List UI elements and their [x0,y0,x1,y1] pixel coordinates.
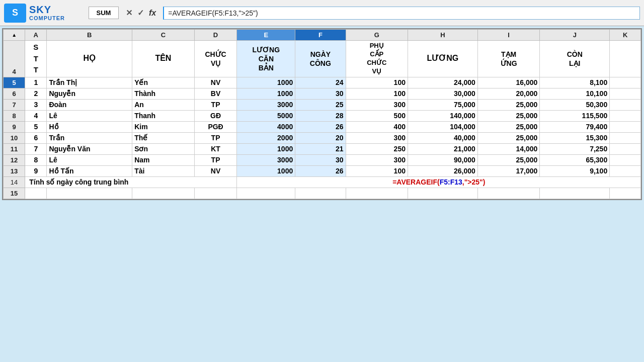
cell-d15[interactable] [194,188,237,199]
cell-b13[interactable]: Hồ Tấn [47,165,132,176]
cell-g8[interactable]: 500 [346,110,408,121]
cell-i12[interactable]: 25,000 [477,154,539,165]
cell-a11[interactable]: 7 [25,143,47,154]
cell-j6[interactable]: 10,100 [540,88,610,99]
cell-h5[interactable]: 24,000 [408,77,477,88]
cell-g15[interactable] [346,188,408,199]
cell-i5[interactable]: 16,000 [477,77,539,88]
cell-g10[interactable]: 300 [346,132,408,143]
cell-i8[interactable]: 25,000 [477,110,539,121]
cell-g13[interactable]: 100 [346,165,408,176]
cell-g9[interactable]: 400 [346,121,408,132]
cell-a12[interactable]: 8 [25,154,47,165]
cell-e13[interactable]: 1000 [237,165,295,176]
cell-g6[interactable]: 100 [346,88,408,99]
cell-h12[interactable]: 90,000 [408,154,477,165]
cell-d12[interactable]: TP [194,154,237,165]
cell-d13[interactable]: NV [194,165,237,176]
cell-i9[interactable]: 25,000 [477,121,539,132]
cell-a5[interactable]: 1 [25,77,47,88]
cell-c8[interactable]: Thanh [132,110,194,121]
cell-e5[interactable]: 1000 [237,77,295,88]
cell-f9[interactable]: 26 [295,121,346,132]
cell-a7[interactable]: 3 [25,99,47,110]
cell-a15[interactable] [25,188,47,199]
cell-b12[interactable]: Lê [47,154,132,165]
cell-i13[interactable]: 17,000 [477,165,539,176]
cell-j7[interactable]: 50,300 [540,99,610,110]
cell-f10[interactable]: 20 [295,132,346,143]
cell-i11[interactable]: 14,000 [477,143,539,154]
cell-b11[interactable]: Nguyễn Văn [47,143,132,154]
cell-f6[interactable]: 30 [295,88,346,99]
cell-e8[interactable]: 5000 [237,110,295,121]
cell-i15[interactable] [477,188,539,199]
formula-input[interactable] [163,7,640,20]
cell-b8[interactable]: Lê [47,110,132,121]
fx-icon[interactable]: fx [149,9,156,18]
cell-j9[interactable]: 79,400 [540,121,610,132]
cell-d11[interactable]: KT [194,143,237,154]
cell-c12[interactable]: Nam [132,154,194,165]
cell-d8[interactable]: GĐ [194,110,237,121]
cancel-icon[interactable]: ✕ [126,8,132,18]
cell-g5[interactable]: 100 [346,77,408,88]
cell-h10[interactable]: 40,000 [408,132,477,143]
cell-b10[interactable]: Trần [47,132,132,143]
cell-d7[interactable]: TP [194,99,237,110]
cell-formula-14[interactable]: =AVERAGEIF(F5:F13,">25") [237,176,641,188]
cell-d10[interactable]: TP [194,132,237,143]
cell-g12[interactable]: 300 [346,154,408,165]
cell-e15[interactable] [237,188,295,199]
cell-j11[interactable]: 7,250 [540,143,610,154]
cell-i6[interactable]: 20,000 [477,88,539,99]
cell-a13[interactable]: 9 [25,165,47,176]
cell-c15[interactable] [132,188,194,199]
cell-c10[interactable]: Thế [132,132,194,143]
cell-j13[interactable]: 9,100 [540,165,610,176]
cell-c9[interactable]: Kim [132,121,194,132]
cell-label-14[interactable]: Tính số ngày công trung bình [25,176,237,188]
cell-e7[interactable]: 3000 [237,99,295,110]
cell-d9[interactable]: PGĐ [194,121,237,132]
cell-e6[interactable]: 1000 [237,88,295,99]
cell-h7[interactable]: 75,000 [408,99,477,110]
cell-j5[interactable]: 8,100 [540,77,610,88]
cell-h11[interactable]: 21,000 [408,143,477,154]
cell-j8[interactable]: 115,500 [540,110,610,121]
cell-i7[interactable]: 25,000 [477,99,539,110]
cell-h6[interactable]: 30,000 [408,88,477,99]
cell-e9[interactable]: 4000 [237,121,295,132]
cell-h15[interactable] [408,188,477,199]
cell-f8[interactable]: 28 [295,110,346,121]
cell-j15[interactable] [540,188,610,199]
confirm-icon[interactable]: ✓ [137,8,144,18]
cell-b7[interactable]: Đoàn [47,99,132,110]
cell-b15[interactable] [47,188,132,199]
cell-a9[interactable]: 5 [25,121,47,132]
cell-f7[interactable]: 25 [295,99,346,110]
cell-g7[interactable]: 300 [346,99,408,110]
cell-c11[interactable]: Sơn [132,143,194,154]
cell-f12[interactable]: 30 [295,154,346,165]
cell-f15[interactable] [295,188,346,199]
cell-c13[interactable]: Tài [132,165,194,176]
cell-e11[interactable]: 1000 [237,143,295,154]
cell-a8[interactable]: 4 [25,110,47,121]
cell-d6[interactable]: BV [194,88,237,99]
cell-f13[interactable]: 26 [295,165,346,176]
cell-d5[interactable]: NV [194,77,237,88]
cell-i10[interactable]: 25,000 [477,132,539,143]
cell-b6[interactable]: Nguyễn [47,88,132,99]
cell-f11[interactable]: 21 [295,143,346,154]
cell-name-input[interactable] [89,7,119,19]
cell-e12[interactable]: 3000 [237,154,295,165]
cell-j12[interactable]: 65,300 [540,154,610,165]
cell-b9[interactable]: Hồ [47,121,132,132]
cell-c7[interactable]: An [132,99,194,110]
cell-a6[interactable]: 2 [25,88,47,99]
cell-a10[interactable]: 6 [25,132,47,143]
cell-c6[interactable]: Thành [132,88,194,99]
cell-f5[interactable]: 24 [295,77,346,88]
cell-e10[interactable]: 2000 [237,132,295,143]
